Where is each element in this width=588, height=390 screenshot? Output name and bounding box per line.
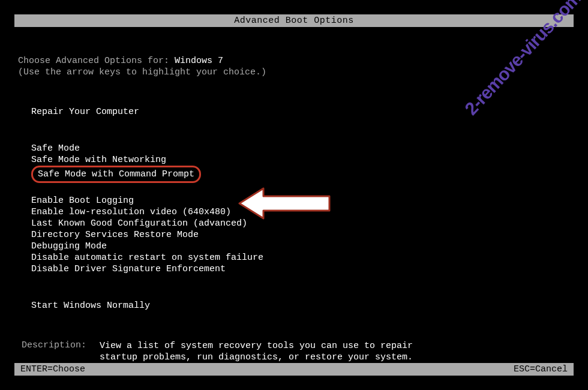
header-line: Choose Advanced Options for: Windows 7 xyxy=(18,56,570,66)
header-prefix: Choose Advanced Options for: xyxy=(18,56,175,66)
boot-screen: Advanced Boot Options Choose Advanced Op… xyxy=(14,14,574,376)
menu-safe-mode-networking[interactable]: Safe Mode with Networking xyxy=(31,154,570,166)
description-line-1: View a list of system recovery tools you… xyxy=(100,340,413,352)
description-label: Description: xyxy=(22,340,100,363)
pointer-arrow-icon xyxy=(236,185,332,221)
menu-safe-mode[interactable]: Safe Mode xyxy=(31,143,570,154)
footer-bar: ENTER=Choose ESC=Cancel xyxy=(14,363,574,376)
menu-repair-computer[interactable]: Repair Your Computer xyxy=(31,106,570,118)
menu-disable-driver-signature[interactable]: Disable Driver Signature Enforcement xyxy=(31,263,570,275)
menu-directory-services[interactable]: Directory Services Restore Mode xyxy=(31,229,570,241)
menu-group-safe-mode: Safe Mode Safe Mode with Networking Safe… xyxy=(31,143,570,183)
description-line-2: startup problems, run diagnostics, or re… xyxy=(100,352,413,363)
footer-esc: ESC=Cancel xyxy=(514,364,568,374)
menu-safe-mode-command-prompt-wrapper: Safe Mode with Command Prompt xyxy=(31,166,570,183)
menu-disable-auto-restart[interactable]: Disable automatic restart on system fail… xyxy=(31,252,570,263)
title-bar: Advanced Boot Options xyxy=(14,14,574,27)
footer-enter: ENTER=Choose xyxy=(20,364,85,374)
menu-debugging-mode[interactable]: Debugging Mode xyxy=(31,241,570,252)
description-text: View a list of system recovery tools you… xyxy=(100,340,413,363)
description-section: Description: View a list of system recov… xyxy=(22,340,570,363)
menu-safe-mode-command-prompt[interactable]: Safe Mode with Command Prompt xyxy=(31,166,201,183)
menu-start-normally[interactable]: Start Windows Normally xyxy=(31,300,570,311)
os-name: Windows 7 xyxy=(175,56,223,66)
